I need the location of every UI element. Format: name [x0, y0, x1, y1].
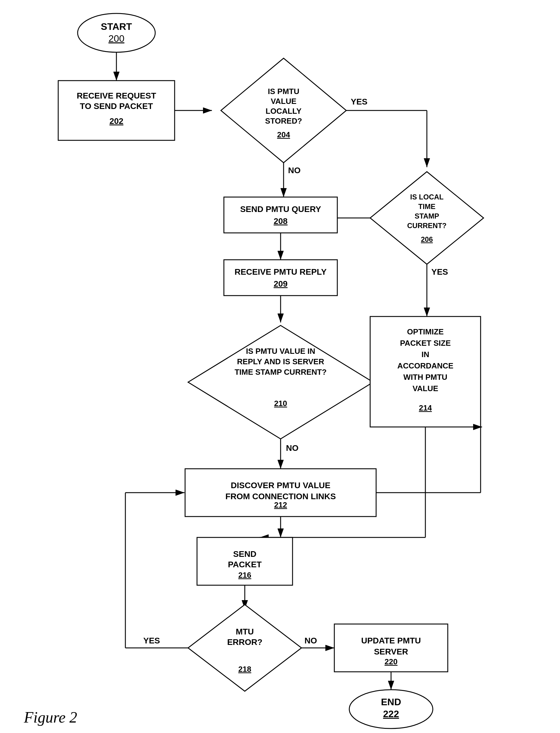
svg-rect-20 [224, 197, 337, 233]
yes-label-206: YES [431, 267, 448, 276]
svg-rect-22 [224, 260, 337, 296]
svg-text:REPLY AND IS SERVER: REPLY AND IS SERVER [237, 357, 324, 366]
n220-id: 220 [384, 657, 397, 666]
n210-diamond [188, 325, 373, 439]
svg-text:STAMP: STAMP [415, 212, 439, 220]
yes-label-218: YES [143, 636, 160, 645]
n220-line1: UPDATE PMTU [361, 636, 421, 645]
n212-id: 212 [274, 500, 287, 509]
no-label-218: NO [304, 636, 317, 645]
svg-text:LOCALLY: LOCALLY [266, 107, 301, 116]
n220-line2: SERVER [374, 647, 408, 656]
n214-line3: IN [421, 350, 429, 359]
svg-text:ERROR?: ERROR? [227, 637, 262, 647]
svg-text:218: 218 [238, 665, 251, 674]
n214-line1: OPTIMIZE [407, 327, 444, 336]
n214-line5: WITH PMTU [403, 373, 447, 382]
n202-line1: RECEIVE REQUEST [77, 91, 156, 100]
n212-line2: FROM CONNECTION LINKS [225, 492, 336, 501]
no-label-204: NO [288, 166, 301, 175]
svg-text:VALUE: VALUE [271, 97, 296, 106]
svg-text:TIME: TIME [418, 202, 435, 210]
svg-text:210: 210 [274, 399, 287, 408]
yes-label-204: YES [351, 97, 367, 106]
n202-id: 202 [110, 116, 124, 126]
svg-text:206: 206 [421, 235, 433, 243]
no-label-210: NO [286, 443, 299, 453]
svg-text:CURRENT?: CURRENT? [407, 222, 447, 230]
svg-text:STORED?: STORED? [265, 116, 302, 125]
svg-text:204: 204 [277, 130, 290, 139]
n208-line1: SEND PMTU QUERY [240, 205, 321, 214]
svg-text:IS PMTU: IS PMTU [268, 87, 299, 96]
n202-line2: TO SEND PACKET [80, 102, 153, 111]
n214-line4: ACCORDANCE [397, 361, 453, 370]
svg-point-1 [78, 13, 155, 52]
svg-text:IS PMTU VALUE IN: IS PMTU VALUE IN [246, 347, 315, 356]
n208-id: 208 [274, 216, 288, 226]
n214-line6: VALUE [413, 384, 438, 393]
start-label: START [101, 21, 132, 32]
n214-id: 214 [419, 403, 432, 412]
end-label: END [381, 697, 401, 707]
n212-line1: DISCOVER PMTU VALUE [231, 481, 330, 490]
n214-line2: PACKET SIZE [400, 339, 451, 348]
svg-text:TIME STAMP CURRENT?: TIME STAMP CURRENT? [235, 368, 327, 377]
svg-text:MTU: MTU [236, 627, 254, 636]
n209-line1: RECEIVE PMTU REPLY [235, 267, 327, 276]
start-id: 200 [108, 33, 124, 44]
n216-line1: SEND [233, 549, 256, 559]
n216-line2: PACKET [228, 560, 261, 569]
figure-label: Figure 2 [24, 709, 77, 726]
diagram-container: START 200 RECEIVE REQUEST TO SEND PACKET… [0, 0, 560, 733]
n209-id: 209 [274, 279, 288, 288]
svg-text:IS LOCAL: IS LOCAL [410, 193, 444, 201]
n216-id: 216 [238, 571, 251, 580]
n218-diamond [188, 605, 301, 691]
end-id: 222 [383, 709, 399, 719]
